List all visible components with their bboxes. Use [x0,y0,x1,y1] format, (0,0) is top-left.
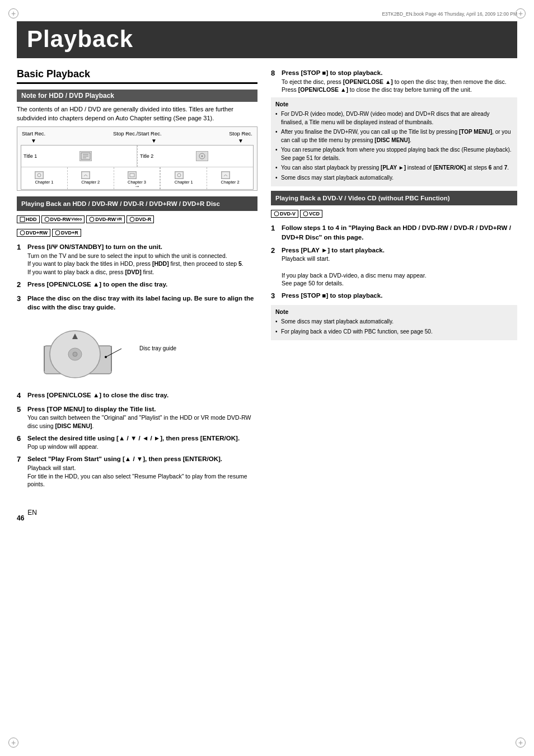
chapter1: Chapter 1 [21,167,68,189]
mode-dvdplusr: DVD+R [52,229,81,237]
svg-rect-14 [20,217,25,222]
vcd-steps-list: 1 Follow steps 1 to 4 in "Playing Back a… [271,223,517,302]
disc-tray-illustration: Disc tray guide [39,318,257,379]
note-box-dvd: Note For DVD-R (video mode), DVD-RW (vid… [271,97,517,186]
vcd-step1-title: Follow steps 1 to 4 in "Playing Back an … [282,223,517,242]
label-start-rec: Start Rec. [22,130,45,137]
label-stop-start-rec: Stop Rec./Start Rec. [113,130,162,137]
svg-point-15 [45,217,49,222]
note-dvd-title: Note [275,100,513,109]
step1-desc: Turn on the TV and be sure to select the… [27,252,257,276]
step-4: 4 Press [OPEN/CLOSE ▲] to close the disc… [17,391,257,401]
svg-point-23 [73,352,77,356]
step-3: 3 Place the disc on the disc tray with i… [17,294,257,387]
step4-title: Press [OPEN/CLOSE ▲] to close the disc t… [27,391,257,400]
diagram-labels: Start Rec. Stop Rec./Start Rec. Stop Rec… [21,130,254,137]
mode-vcd: VCD [300,210,322,218]
page-lang: EN [27,509,37,516]
vcd-step-3: 3 Press [STOP ■] to stop playback. [271,291,517,302]
step-8: 8 Press [STOP ■] to stop playback. To ej… [271,68,517,94]
note-hdd-dvd-header: Note for HDD / DVD Playback [17,90,257,102]
mode-hdd: HDD [17,215,40,223]
step-7: 7 Select "Play From Start" using [▲ / ▼]… [17,454,257,489]
step7-title: Select "Play From Start" using [▲ / ▼], … [27,454,257,464]
main-content: Basic Playback Note for HDD / DVD Playba… [17,68,517,492]
svg-point-28 [274,212,279,216]
chapter2: Chapter 2 [68,167,114,189]
vcd-step-2: 2 Press [PLAY ►] to start playback. Play… [271,246,517,288]
note-box-vcd: Note Some discs may start playback autom… [271,305,517,340]
mode-dvdplusrw: DVD+RW [17,229,50,237]
chapter5: Chapter 2 [207,167,253,189]
page-number: 46 [17,514,24,522]
step-1: 1 Press [I/Ψ ON/STANDBY] to turn on the … [17,242,257,276]
step1-title: Press [I/Ψ ON/STANDBY] to turn on the un… [27,242,257,252]
svg-rect-6 [35,172,43,179]
corner-mark-bl [8,738,18,748]
step5-desc: You can switch between the "Original" an… [27,414,257,430]
steps-list-right: 8 Press [STOP ■] to stop playback. To ej… [271,68,517,94]
svg-point-18 [20,231,25,235]
section-title-basic-playback: Basic Playback [17,68,257,84]
svg-point-16 [90,217,94,222]
svg-rect-11 [175,172,183,179]
title2-icon [196,151,208,161]
note-hdd-dvd-body: The contents of an HDD / DVD are general… [17,105,257,123]
svg-point-17 [130,217,134,222]
step8-title: Press [STOP ■] to stop playback. [282,68,517,78]
disc-tray-svg [39,318,134,379]
step7-desc: Playback will start.For title in the HDD… [27,464,257,489]
step5-title: Press [TOP MENU] to display the Title li… [27,405,257,414]
chapter4: Chapter 1 [160,167,207,189]
corner-mark-br [516,738,526,748]
step8-desc: To eject the disc, press [OPEN/CLOSE ▲] … [282,78,517,94]
left-column: Basic Playback Note for HDD / DVD Playba… [17,68,257,492]
steps-list-left: 1 Press [I/Ψ ON/STANDBY] to turn on the … [17,242,257,489]
svg-point-19 [55,231,60,235]
mode-dvdrw-video: DVD-RW Video [41,215,85,223]
mode-dvdv: DVD-V [271,210,298,218]
vcd-step-1: 1 Follow steps 1 to 4 in "Playing Back a… [271,223,517,242]
note-dvd-item5: Some discs may start playback automatica… [275,174,513,182]
hdd-section-header: Playing Back an HDD / DVD-RW / DVD-R / D… [17,196,257,211]
corner-mark-tl [8,8,18,18]
note-dvd-item1: For DVD-R (video mode), DVD-RW (video mo… [275,110,513,126]
svg-point-5 [202,155,203,157]
svg-rect-9 [128,172,136,179]
step6-desc: Pop up window will appear. [27,443,257,451]
step-5: 5 Press [TOP MENU] to display the Title … [17,405,257,430]
disc-tray-guide-label: Disc tray guide [139,345,176,353]
mode-dvdrw-vr: DVD-RW VR [86,215,125,223]
step-2: 2 Press [OPEN/CLOSE ▲] to open the disc … [17,280,257,290]
recording-diagram: Start Rec. Stop Rec./Start Rec. Stop Rec… [17,126,257,191]
label-stop-rec: Stop Rec. [229,130,252,137]
vcd-step3-title: Press [STOP ■] to stop playback. [282,291,517,300]
note-dvd-item2: After you finalise the DVD+RW, you can c… [275,128,513,144]
title1-icon [79,151,92,161]
right-column: 8 Press [STOP ■] to stop playback. To ej… [271,68,517,492]
note-vcd-title: Note [275,308,513,316]
page-title: Playback [17,21,517,58]
note-vcd-list: Some discs may start playback automatica… [275,318,513,336]
svg-point-27 [105,356,107,358]
note-dvd-list: For DVD-R (video mode), DVD-RW (video mo… [275,110,513,182]
mode-icons-hdd: HDD DVD-RW Video DVD-RW VR DVD-R [17,215,257,223]
mode-dvdr: DVD-R [127,215,154,223]
note-dvd-item4: You can also start playback by pressing … [275,164,513,172]
svg-point-29 [303,212,308,216]
file-header: E3TK2BD_EN.book Page 46 Thursday, April … [17,11,517,17]
step3-title: Place the disc on the disc tray with its… [27,294,257,312]
note-dvd-item3: You can resume playback from where you s… [275,146,513,162]
step6-title: Select the desired title using [▲ / ▼ / … [27,434,257,443]
mode-icons-vcd: DVD-V VCD [271,210,517,218]
title2-cell: Title 2 [137,145,253,167]
vcd-step2-desc: Playback will start.If you play back a D… [282,255,517,288]
mode-icons-hdd2: DVD+RW DVD+R [17,229,257,237]
corner-mark-tr [516,8,526,18]
vcd-section-header: Playing Back a DVD-V / Video CD (without… [271,191,517,205]
note-vcd-item2: For playing back a video CD with PBC fun… [275,328,513,336]
vcd-step2-title: Press [PLAY ►] to start playback. [282,246,517,255]
step2-title: Press [OPEN/CLOSE ▲] to open the disc tr… [27,280,257,289]
title1-cell: Title 1 [21,145,137,167]
step-6: 6 Select the desired title using [▲ / ▼ … [17,434,257,451]
